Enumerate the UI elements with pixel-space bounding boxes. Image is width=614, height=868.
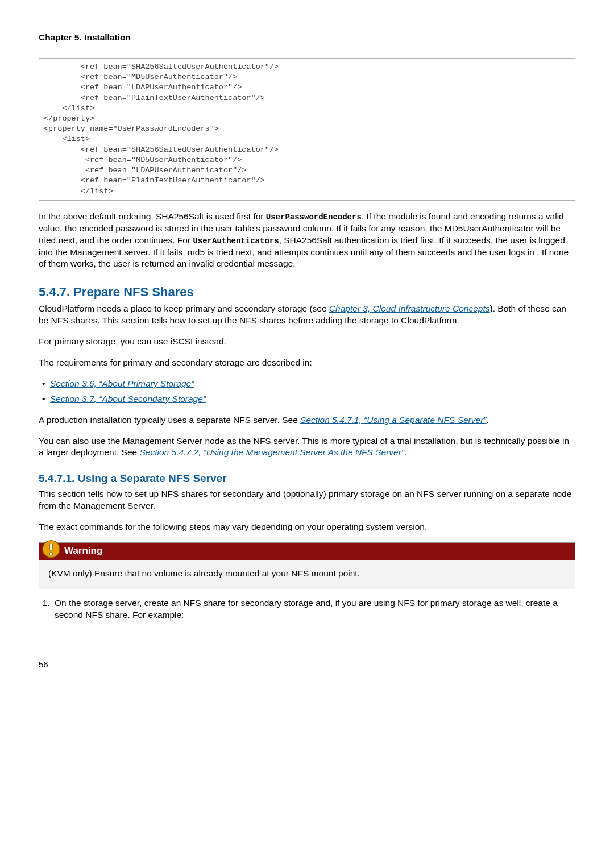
- paragraph: You can also use the Management Server n…: [39, 435, 575, 459]
- svg-rect-1: [50, 543, 53, 550]
- list-item: Section 3.6, “About Primary Storage”: [45, 378, 575, 390]
- warning-body: (KVM only) Ensure that no volume is alre…: [39, 560, 575, 589]
- svg-point-2: [49, 552, 53, 555]
- ordered-list: On the storage server, create an NFS sha…: [39, 597, 575, 621]
- link-section-3-6[interactable]: Section 3.6, “About Primary Storage”: [50, 379, 194, 388]
- text: A production installation typically uses…: [39, 415, 300, 425]
- link-chapter-3[interactable]: Chapter 3, Cloud Infrastructure Concepts: [329, 304, 490, 313]
- link-section-5-4-7-2[interactable]: Section 5.4.7.2, “Using the Management S…: [140, 447, 405, 457]
- paragraph: For primary storage, you can use iSCSI i…: [39, 336, 575, 348]
- bullet-list: Section 3.6, “About Primary Storage” Sec…: [39, 378, 575, 405]
- code-block: <ref bean="SHA256SaltedUserAuthenticator…: [39, 58, 575, 201]
- warning-header: Warning: [39, 543, 575, 560]
- page-number: 56: [39, 659, 48, 669]
- warning-icon: [42, 539, 61, 559]
- text: .: [486, 415, 488, 425]
- link-section-3-7[interactable]: Section 3.7, “About Secondary Storage”: [50, 394, 206, 404]
- text: .: [404, 447, 406, 457]
- list-item: On the storage server, create an NFS sha…: [52, 597, 575, 621]
- code-inline: UserPasswordEncoders: [266, 213, 362, 222]
- page-footer: 56: [39, 655, 575, 670]
- paragraph: The requirements for primary and seconda…: [39, 357, 575, 369]
- paragraph: CloudPlatform needs a place to keep prim…: [39, 303, 575, 327]
- text: In the above default ordering, SHA256Sal…: [39, 211, 266, 221]
- section-heading: 5.4.7. Prepare NFS Shares: [39, 284, 575, 301]
- paragraph: In the above default ordering, SHA256Sal…: [39, 211, 575, 271]
- warning-admonition: Warning (KVM only) Ensure that no volume…: [39, 542, 575, 589]
- subsection-heading: 5.4.7.1. Using a Separate NFS Server: [39, 471, 575, 486]
- paragraph: The exact commands for the following ste…: [39, 521, 575, 533]
- paragraph: A production installation typically uses…: [39, 414, 575, 426]
- link-section-5-4-7-1[interactable]: Section 5.4.7.1, “Using a Separate NFS S…: [300, 415, 486, 425]
- text: CloudPlatform needs a place to keep prim…: [39, 304, 329, 313]
- paragraph: This section tells how to set up NFS sha…: [39, 488, 575, 512]
- chapter-title: Chapter 5. Installation: [39, 32, 575, 45]
- warning-title: Warning: [64, 545, 102, 556]
- list-item: Section 3.7, “About Secondary Storage”: [45, 393, 575, 405]
- code-inline: UserAuthenticators: [193, 236, 279, 246]
